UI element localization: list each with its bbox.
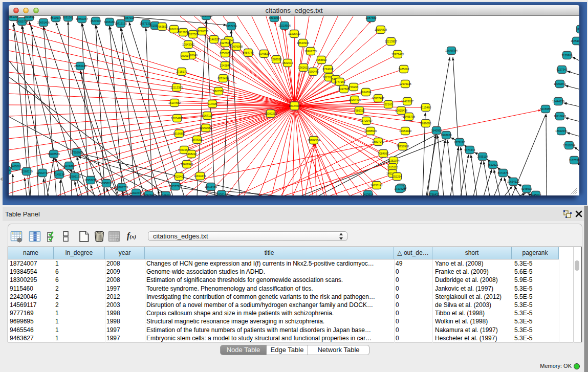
svg-text:6379197: 6379197 xyxy=(454,141,465,144)
svg-text:9245013: 9245013 xyxy=(161,194,171,195)
svg-text:3911741: 3911741 xyxy=(9,169,12,172)
svg-text:10025438: 10025438 xyxy=(395,109,407,112)
svg-text:909614: 909614 xyxy=(181,54,190,57)
svg-text:12942737: 12942737 xyxy=(36,171,49,174)
svg-text:12353584: 12353584 xyxy=(200,126,212,129)
svg-text:3624534: 3624534 xyxy=(361,91,372,94)
svg-text:6734023: 6734023 xyxy=(323,68,334,71)
svg-text:9115460: 9115460 xyxy=(421,106,431,109)
svg-text:17010504: 17010504 xyxy=(563,144,575,147)
svg-text:1588520: 1588520 xyxy=(271,58,282,61)
svg-text:10958117: 10958117 xyxy=(100,182,113,185)
svg-text:9777169: 9777169 xyxy=(335,80,345,83)
svg-text:16033809: 16033809 xyxy=(200,16,212,17)
svg-text:12213383: 12213383 xyxy=(170,86,183,89)
svg-text:23676068: 23676068 xyxy=(230,45,243,48)
svg-text:1498242: 1498242 xyxy=(186,152,197,156)
svg-text:1615112: 1615112 xyxy=(387,166,398,169)
svg-text:5215955: 5215955 xyxy=(540,107,551,111)
svg-text:14463627: 14463627 xyxy=(401,100,413,103)
svg-text:70756928: 70756928 xyxy=(397,145,409,148)
svg-text:8699695: 8699695 xyxy=(421,122,431,125)
svg-text:8031414: 8031414 xyxy=(218,77,229,80)
svg-text:1881304: 1881304 xyxy=(9,16,19,18)
svg-text:1167533: 1167533 xyxy=(569,159,579,162)
svg-text:1733426: 1733426 xyxy=(395,187,405,190)
svg-text:117005: 117005 xyxy=(208,102,217,105)
svg-text:746266: 746266 xyxy=(349,85,358,89)
svg-text:30975857: 30975857 xyxy=(63,164,75,167)
svg-text:8471676: 8471676 xyxy=(498,171,509,174)
svg-text:62160: 62160 xyxy=(385,103,393,106)
svg-text:19166852: 19166852 xyxy=(173,132,185,135)
svg-text:12444139: 12444139 xyxy=(552,100,564,103)
svg-text:7485063: 7485063 xyxy=(399,68,409,71)
svg-text:9474444: 9474444 xyxy=(465,148,475,151)
svg-text:1990443: 1990443 xyxy=(308,70,319,73)
svg-text:12213957: 12213957 xyxy=(385,40,397,43)
svg-text:1413614: 1413614 xyxy=(363,193,374,195)
svg-text:17957272: 17957272 xyxy=(84,179,97,182)
svg-text:3267110: 3267110 xyxy=(202,114,213,117)
svg-text:6466160: 6466160 xyxy=(104,20,115,24)
svg-text:10654985: 10654985 xyxy=(171,117,183,120)
svg-text:6497508: 6497508 xyxy=(339,87,350,91)
svg-text:18724007: 18724007 xyxy=(289,104,301,107)
svg-text:10973493: 10973493 xyxy=(391,53,404,56)
svg-text:8146328: 8146328 xyxy=(209,38,220,41)
svg-text:9245692: 9245692 xyxy=(521,187,532,190)
svg-text:10210643: 10210643 xyxy=(554,115,566,118)
svg-text:18640910: 18640910 xyxy=(297,41,309,45)
svg-text:14136141: 14136141 xyxy=(371,184,383,187)
svg-text:20364436: 20364436 xyxy=(349,98,361,101)
svg-text:10958147: 10958147 xyxy=(215,193,228,195)
svg-text:13716485: 13716485 xyxy=(205,185,217,188)
svg-text:20206576: 20206576 xyxy=(48,152,60,156)
svg-text:9827552: 9827552 xyxy=(213,90,224,93)
svg-text:2087682: 2087682 xyxy=(366,16,377,19)
svg-text:10719155: 10719155 xyxy=(115,22,127,25)
svg-text:7632621: 7632621 xyxy=(488,163,498,166)
svg-text:2242848: 2242848 xyxy=(220,64,231,67)
svg-text:11352074: 11352074 xyxy=(387,159,400,162)
svg-text:10688609: 10688609 xyxy=(364,129,377,133)
svg-text:7663822: 7663822 xyxy=(157,25,168,28)
svg-text:10807487: 10807487 xyxy=(372,97,384,100)
svg-text:23300213: 23300213 xyxy=(265,112,277,115)
svg-text:9227342: 9227342 xyxy=(557,68,568,71)
svg-text:10154808: 10154808 xyxy=(375,28,387,31)
svg-text:18807249: 18807249 xyxy=(372,140,384,143)
svg-text:1822013: 1822013 xyxy=(282,61,293,64)
svg-text:17359936: 17359936 xyxy=(71,151,83,154)
svg-text:1527602: 1527602 xyxy=(91,19,101,23)
svg-text:111941: 111941 xyxy=(576,28,579,31)
svg-text:15692971: 15692971 xyxy=(555,129,568,133)
svg-text:8813054: 8813054 xyxy=(269,16,280,19)
svg-text:28053346: 28053346 xyxy=(74,64,86,68)
svg-text:9327503: 9327503 xyxy=(188,33,199,36)
svg-text:1362615: 1362615 xyxy=(298,66,309,69)
svg-text:11914479: 11914479 xyxy=(194,174,206,178)
svg-text:19654923: 19654923 xyxy=(399,129,411,133)
svg-text:23226058: 23226058 xyxy=(196,30,208,33)
svg-text:1640953: 1640953 xyxy=(431,129,442,132)
svg-text:10543362: 10543362 xyxy=(182,43,194,46)
svg-text:20495798: 20495798 xyxy=(403,115,415,118)
svg-text:11568129: 11568129 xyxy=(20,170,33,173)
svg-text:9357224: 9357224 xyxy=(226,25,237,28)
svg-text:9657791: 9657791 xyxy=(170,185,181,188)
svg-text:7955812: 7955812 xyxy=(316,58,327,61)
svg-text:1031561: 1031561 xyxy=(24,16,35,18)
svg-text:1292344: 1292344 xyxy=(144,193,155,195)
svg-text:1463061: 1463061 xyxy=(11,165,21,168)
svg-text:9129966: 9129966 xyxy=(562,54,573,57)
svg-text:7986322: 7986322 xyxy=(354,109,365,112)
svg-text:11325419: 11325419 xyxy=(288,32,300,35)
svg-text:12905135: 12905135 xyxy=(69,175,81,178)
svg-text:8938928: 8938928 xyxy=(441,134,452,137)
svg-text:252214: 252214 xyxy=(393,175,402,178)
svg-text:9031561: 9031561 xyxy=(63,16,74,19)
svg-text:7625402: 7625402 xyxy=(174,175,185,178)
svg-text:10654122: 10654122 xyxy=(507,180,519,183)
svg-text:23409949: 23409949 xyxy=(181,163,193,166)
